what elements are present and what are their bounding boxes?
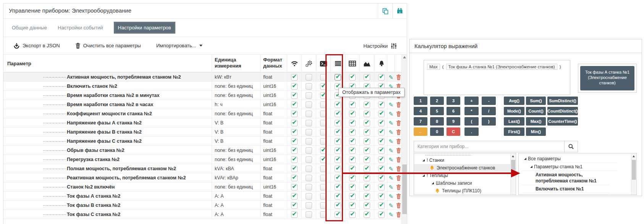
tree-expand-icon[interactable] (422, 174, 425, 177)
checkbox-list-view-icon[interactable] (335, 74, 341, 81)
parameter-tree-item[interactable]: Время наработки станка №1 в минутах (522, 193, 610, 195)
operator-key--[interactable]: - (482, 97, 496, 105)
edit-parameter-button[interactable]: ✎ (387, 210, 395, 219)
delete-parameter-button[interactable] (395, 192, 402, 201)
table-row[interactable]: Перегрузка станка №2none: без единицuint… (3, 155, 402, 164)
function-key-sum[interactable]: Sum() (526, 97, 546, 105)
checkbox-gears-icon[interactable] (306, 184, 312, 190)
settings-button[interactable]: Настройки (363, 37, 397, 55)
function-key-count[interactable]: Count() (526, 107, 546, 115)
table-row[interactable]: Ток фазы В станка №2A: Аfloat✎ (3, 201, 402, 210)
checkbox-gears-icon[interactable] (306, 156, 312, 163)
checkbox-bell-icon[interactable] (378, 211, 385, 218)
checkbox-area-chart-icon[interactable] (364, 156, 370, 163)
operator-key-*[interactable]: * (464, 107, 479, 115)
checkbox-wifi-icon[interactable] (291, 102, 298, 108)
checkbox-gears-icon[interactable] (306, 92, 312, 99)
function-key-first[interactable]: First() (504, 127, 524, 136)
checkbox-area-chart-icon[interactable] (364, 202, 370, 209)
checkbox-area-chart-icon[interactable] (364, 74, 370, 81)
edit-parameter-button[interactable]: ✎ (387, 164, 395, 173)
checkbox-list-view-icon[interactable] (335, 102, 341, 108)
checkbox-list-view-icon[interactable] (335, 193, 341, 200)
checkbox-bell-icon[interactable] (378, 138, 385, 145)
find-button[interactable] (392, 3, 407, 19)
tab-general-data[interactable]: Общие данные (12, 25, 47, 31)
checkbox-wifi-icon[interactable] (291, 166, 298, 172)
checkbox-area-chart-icon[interactable] (364, 102, 370, 108)
delete-parameter-button[interactable] (395, 109, 402, 118)
delete-parameter-button[interactable] (395, 210, 402, 219)
checkbox-area-chart-icon[interactable] (364, 211, 370, 218)
delete-parameter-button[interactable] (395, 127, 402, 137)
checkbox-list-view-icon[interactable] (335, 175, 341, 181)
category-tree-item[interactable]: Электроснабжение станков (414, 164, 510, 172)
checkbox-data-table-icon[interactable] (349, 175, 356, 181)
digit-key-5[interactable]: 5 (430, 107, 444, 115)
digit-key-8[interactable]: 8 (430, 117, 444, 126)
tab-event-settings[interactable]: Настройки событий (58, 25, 103, 31)
checkbox-area-chart-icon[interactable] (364, 184, 370, 190)
operator-key-.[interactable]: . (464, 127, 479, 136)
function-key-countdistinct[interactable]: CountDistinct() (547, 107, 578, 115)
parameter-tree-item[interactable]: Все параметры (522, 155, 617, 163)
checkbox-area-chart-icon[interactable] (364, 175, 370, 181)
checkbox-wifi-icon[interactable] (291, 202, 298, 209)
checkbox-data-table-icon[interactable] (349, 129, 356, 135)
expression-token[interactable]: Ток фазы А станка №1 (Электроснабжение с… (446, 64, 557, 70)
search-button[interactable] (565, 141, 578, 152)
digit-key-0[interactable]: 0 (430, 127, 444, 136)
parameter-tree-item[interactable]: Параметры станка №1 (522, 163, 617, 171)
operator-key-/[interactable]: / (482, 107, 496, 115)
expression-editor[interactable]: Max(Ток фазы А станка №1 (Электроснабжен… (424, 60, 570, 95)
tree-expand-icon[interactable] (432, 182, 434, 184)
checkbox-data-table-icon[interactable] (349, 211, 356, 218)
checkbox-data-table-icon[interactable] (349, 102, 356, 108)
category-tree-item[interactable]: ! Станки (414, 156, 510, 164)
delete-parameter-button[interactable] (395, 100, 402, 109)
scrollbar-thumb[interactable] (402, 164, 407, 214)
import-dropdown[interactable]: Импортировать... (156, 43, 202, 48)
checkbox-gears-icon[interactable] (306, 147, 312, 154)
checkbox-list-view-icon[interactable] (335, 138, 341, 145)
checkbox-terminal-icon[interactable] (320, 147, 327, 154)
digit-key-2[interactable]: 2 (430, 97, 444, 105)
checkbox-data-table-icon[interactable] (349, 193, 356, 200)
delete-parameter-button[interactable] (395, 182, 402, 192)
checkbox-bell-icon[interactable] (378, 120, 385, 126)
edit-parameter-button[interactable]: ✎ (387, 137, 395, 146)
checkbox-terminal-icon[interactable] (320, 193, 327, 200)
checkbox-list-view-icon[interactable] (335, 166, 341, 172)
table-row[interactable]: Коэффициент мощности станка №2none: без … (3, 109, 402, 118)
delete-parameter-button[interactable] (395, 146, 402, 155)
checkbox-wifi-icon[interactable] (291, 147, 298, 154)
checkbox-terminal-icon[interactable] (320, 74, 327, 81)
checkbox-list-view-icon[interactable] (335, 156, 341, 163)
checkbox-area-chart-icon[interactable] (364, 138, 370, 145)
function-key-last[interactable]: Last() (504, 117, 524, 126)
edit-parameter-button[interactable]: ✎ (387, 192, 395, 201)
checkbox-wifi-icon[interactable] (291, 129, 298, 135)
checkbox-list-view-icon[interactable] (335, 211, 341, 218)
checkbox-list-view-icon[interactable] (335, 147, 341, 154)
checkbox-bell-icon[interactable] (378, 156, 385, 163)
checkbox-list-view-icon[interactable] (335, 184, 341, 190)
table-row[interactable]: Ток фазы С станка №2A: Аfloat✎ (3, 210, 402, 219)
tree-expand-icon[interactable] (530, 166, 532, 168)
checkbox-terminal-icon[interactable] (320, 138, 327, 145)
checkbox-wifi-icon[interactable] (291, 111, 298, 117)
scroll-up-icon[interactable] (633, 155, 635, 157)
operator-key-[interactable]: ) (482, 117, 496, 126)
checkbox-data-table-icon[interactable] (349, 184, 356, 190)
tree-expand-icon[interactable] (524, 158, 526, 160)
checkbox-terminal-icon[interactable] (320, 202, 327, 209)
checkbox-terminal-icon[interactable] (320, 120, 327, 126)
checkbox-gears-icon[interactable] (306, 129, 312, 135)
digit-key-1[interactable]: 1 (414, 97, 427, 105)
checkbox-gears-icon[interactable] (306, 211, 312, 218)
checkbox-bell-icon[interactable] (378, 184, 385, 190)
tree-expand-icon[interactable] (422, 159, 425, 161)
checkbox-terminal-icon[interactable] (320, 156, 327, 163)
expression-token[interactable]: Max (427, 64, 440, 70)
operator-key-[interactable]: ( (464, 117, 479, 126)
